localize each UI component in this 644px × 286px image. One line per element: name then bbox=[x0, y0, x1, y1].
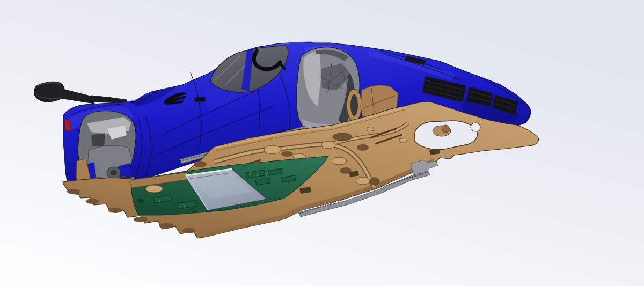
chassis-boss bbox=[145, 185, 163, 193]
green-plate-hole bbox=[137, 199, 144, 203]
arch-dark-pocket bbox=[91, 133, 105, 147]
round-cutout bbox=[370, 178, 379, 185]
wing-element[interactable] bbox=[34, 82, 64, 102]
cad-viewport[interactable] bbox=[0, 0, 644, 286]
model-canvas[interactable] bbox=[0, 0, 644, 286]
axle-hub-center bbox=[111, 170, 117, 175]
kidney-island-bore bbox=[442, 125, 449, 133]
wheel-bucket-bore bbox=[350, 94, 358, 116]
round-cutout bbox=[471, 123, 480, 131]
